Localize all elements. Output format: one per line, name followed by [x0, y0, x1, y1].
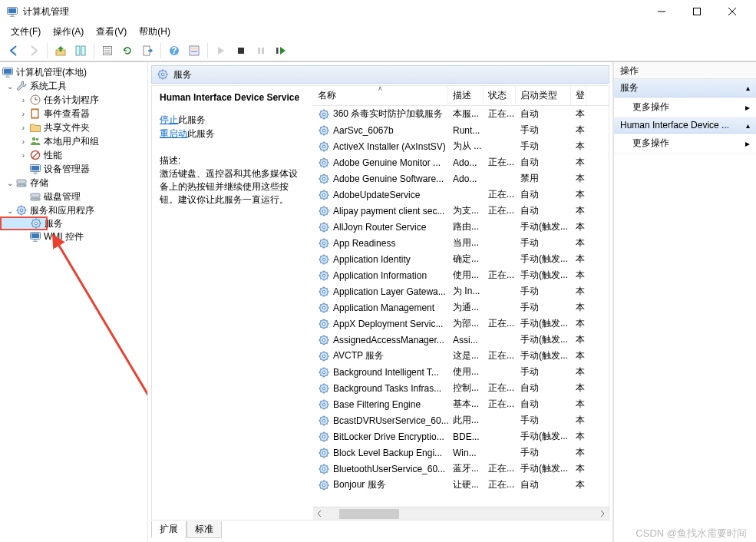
service-row[interactable]: AdobeUpdateService正在...自动本	[313, 187, 609, 203]
refresh-button[interactable]	[118, 41, 137, 60]
window-title: 计算机管理	[23, 5, 644, 18]
action-more-selected[interactable]: 更多操作▸	[614, 134, 756, 154]
service-row[interactable]: Background Intelligent T...使用...手动本	[313, 364, 609, 380]
gear-icon	[318, 124, 330, 137]
service-row[interactable]: 360 杀毒实时防护加载服务本服...正在...自动本	[313, 106, 609, 122]
service-row[interactable]: AVCTP 服务这是...正在...手动(触发...本	[313, 348, 609, 364]
scrollbar-thumb[interactable]	[339, 509, 399, 519]
expander-icon[interactable]: ›	[18, 137, 28, 146]
service-row[interactable]: Block Level Backup Engi...Win...手动本	[313, 445, 609, 461]
service-row[interactable]: Background Tasks Infras...控制...正在...自动本	[313, 380, 609, 396]
svg-rect-45	[262, 48, 264, 54]
service-row[interactable]: AarSvc_6067bRunt...手动本	[313, 122, 609, 138]
service-row[interactable]: Adobe Genuine Monitor ...Ado...正在...自动本	[313, 154, 609, 170]
maximize-button[interactable]	[679, 0, 715, 23]
restart-button[interactable]	[272, 41, 290, 60]
actions-section-services[interactable]: 服务▴	[614, 79, 756, 97]
tree-event-viewer[interactable]: ›事件查看器	[0, 107, 147, 121]
expander-icon[interactable]: ›	[18, 151, 28, 160]
gear-icon	[318, 237, 330, 250]
minimize-button[interactable]	[644, 0, 679, 23]
expander-icon[interactable]: ⌄	[5, 82, 15, 91]
show-hide-button[interactable]	[71, 41, 90, 60]
export-button[interactable]	[138, 41, 157, 60]
actions-section-selected[interactable]: Human Interface Device ...▴	[614, 117, 756, 134]
tree-system-tools[interactable]: ⌄系统工具	[0, 79, 147, 93]
col-name[interactable]: 名称∧	[313, 86, 448, 105]
view-mode-button[interactable]	[185, 41, 203, 60]
app-icon	[6, 5, 18, 18]
tree-performance[interactable]: ›性能	[0, 148, 147, 162]
service-row[interactable]: BluetoothUserService_60...蓝牙...正在...手动(触…	[313, 461, 609, 477]
back-button[interactable]	[5, 41, 23, 60]
service-row[interactable]: App Readiness当用...手动本	[313, 235, 609, 251]
tree-view[interactable]: 计算机管理(本地) ⌄系统工具 ›任务计划程序 ›事件查看器 ›共享文件夹 ›本…	[0, 62, 148, 542]
stop-button[interactable]	[232, 41, 250, 60]
col-status[interactable]: 状态	[484, 86, 516, 105]
svg-line-47	[57, 242, 148, 417]
gear-icon	[318, 350, 330, 362]
titlebar: 计算机管理	[0, 0, 756, 23]
help-button[interactable]: ?	[165, 41, 183, 60]
expander-icon[interactable]: ›	[18, 96, 28, 104]
tree-disk-management[interactable]: 磁盘管理	[0, 190, 147, 203]
expander-icon[interactable]: ⌄	[5, 179, 15, 187]
gear-icon	[318, 269, 330, 282]
tree-services[interactable]: 服务	[1, 217, 47, 230]
restart-service-link[interactable]: 重启动	[160, 128, 187, 139]
stop-service-link[interactable]: 停止	[160, 114, 178, 125]
tree-root[interactable]: 计算机管理(本地)	[0, 65, 147, 79]
expander-icon[interactable]: ›	[18, 110, 28, 118]
service-row[interactable]: Bonjour 服务让硬...正在...自动本	[313, 477, 609, 493]
tree-shared-folders[interactable]: ›共享文件夹	[0, 121, 147, 134]
tab-standard[interactable]: 标准	[187, 521, 222, 538]
service-row[interactable]: BcastDVRUserService_60...此用...手动本	[313, 412, 609, 428]
service-row[interactable]: Alipay payment client sec...为支...正在...自动…	[313, 203, 609, 219]
menu-file[interactable]: 文件(F)	[6, 24, 45, 40]
tree-local-users[interactable]: ›本地用户和组	[0, 134, 147, 148]
expander-icon[interactable]: ⌄	[5, 207, 15, 215]
svg-rect-46	[276, 48, 279, 54]
properties-button[interactable]	[98, 41, 117, 60]
service-row[interactable]: AppX Deployment Servic...为部...正在...手动(触发…	[313, 316, 609, 332]
svg-rect-32	[81, 46, 85, 55]
col-startup[interactable]: 启动类型	[516, 86, 571, 105]
service-row[interactable]: ActiveX Installer (AxInstSV)为从 ...手动本	[313, 138, 609, 154]
tree-device-manager[interactable]: 设备管理器	[0, 162, 147, 176]
service-row[interactable]: AllJoyn Router Service路由...手动(触发...本	[313, 219, 609, 235]
gear-icon	[318, 286, 330, 298]
tree-storage[interactable]: ⌄存储	[0, 176, 147, 190]
tree-services-apps[interactable]: ⌄服务和应用程序	[0, 203, 147, 217]
tree-wmi-control[interactable]: WMI 控件	[0, 230, 147, 243]
pause-button[interactable]	[252, 41, 270, 60]
action-more-services[interactable]: 更多操作▸	[614, 97, 756, 117]
menu-view[interactable]: 查看(V)	[91, 24, 131, 40]
up-button[interactable]	[51, 41, 70, 60]
gear-icon	[318, 253, 330, 266]
service-row[interactable]: Application Management为通...手动本	[313, 299, 609, 316]
service-row[interactable]: Base Filtering Engine基本...正在...自动本	[313, 396, 609, 412]
col-logon[interactable]: 登	[571, 86, 586, 105]
service-row[interactable]: Application Information使用...正在...手动(触发..…	[313, 267, 609, 283]
service-row[interactable]: Adobe Genuine Software...Ado...禁用本	[313, 170, 609, 187]
service-row[interactable]: Application Identity确定...手动(触发...本	[313, 251, 609, 267]
menu-help[interactable]: 帮助(H)	[134, 24, 175, 40]
gear-icon	[318, 382, 330, 395]
chevron-right-icon: ▸	[745, 102, 750, 113]
service-row[interactable]: BitLocker Drive Encryptio...BDE...手动(触发.…	[313, 428, 609, 445]
service-row[interactable]: AssignedAccessManager...Assi...手动(触发...本	[313, 332, 609, 348]
expander-icon[interactable]: ›	[18, 124, 28, 132]
service-row[interactable]: Application Layer Gatewa...为 In...手动本	[313, 283, 609, 299]
menu-action[interactable]: 操作(A)	[48, 24, 88, 40]
forward-button[interactable]	[25, 41, 43, 60]
gear-icon	[318, 173, 330, 185]
gear-icon	[318, 221, 330, 233]
toolbar: ?	[0, 40, 756, 61]
horizontal-scrollbar[interactable]	[313, 507, 609, 520]
col-desc[interactable]: 描述	[448, 86, 484, 105]
tab-extended[interactable]: 扩展	[151, 521, 187, 538]
services-list[interactable]: 名称∧ 描述 状态 启动类型 登 360 杀毒实时防护加载服务本服...正在..…	[313, 86, 609, 520]
close-button[interactable]	[715, 0, 750, 23]
play-button[interactable]	[212, 41, 230, 60]
tree-task-scheduler[interactable]: ›任务计划程序	[0, 93, 147, 107]
